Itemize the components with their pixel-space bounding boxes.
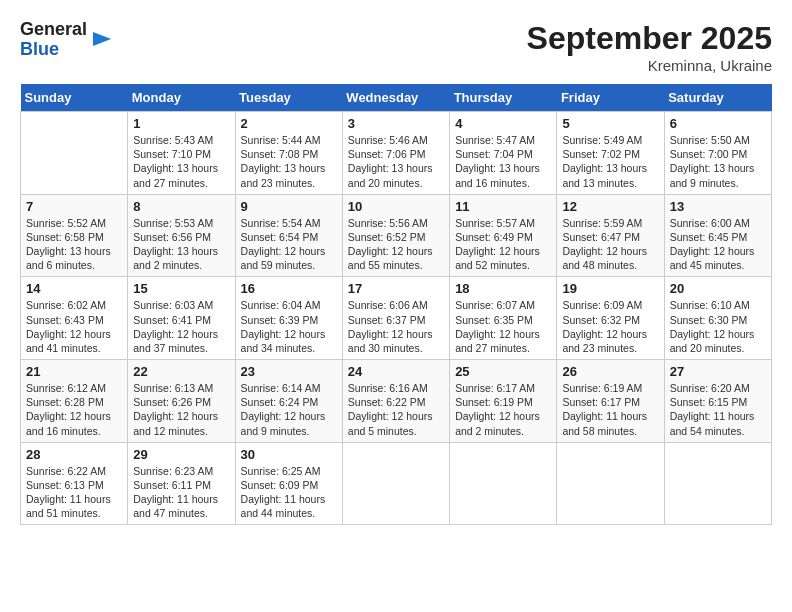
day-info: Sunrise: 5:57 AMSunset: 6:49 PMDaylight:… [455, 216, 551, 273]
logo-icon [91, 28, 113, 50]
day-number: 7 [26, 199, 122, 214]
day-info: Sunrise: 6:09 AMSunset: 6:32 PMDaylight:… [562, 298, 658, 355]
column-header-friday: Friday [557, 84, 664, 112]
day-number: 4 [455, 116, 551, 131]
day-info: Sunrise: 6:04 AMSunset: 6:39 PMDaylight:… [241, 298, 337, 355]
week-row-3: 14Sunrise: 6:02 AMSunset: 6:43 PMDayligh… [21, 277, 772, 360]
calendar-cell: 7Sunrise: 5:52 AMSunset: 6:58 PMDaylight… [21, 194, 128, 277]
calendar-cell: 1Sunrise: 5:43 AMSunset: 7:10 PMDaylight… [128, 112, 235, 195]
day-info: Sunrise: 6:20 AMSunset: 6:15 PMDaylight:… [670, 381, 766, 438]
day-number: 17 [348, 281, 444, 296]
day-info: Sunrise: 6:19 AMSunset: 6:17 PMDaylight:… [562, 381, 658, 438]
location-subtitle: Kreminna, Ukraine [527, 57, 772, 74]
day-info: Sunrise: 6:10 AMSunset: 6:30 PMDaylight:… [670, 298, 766, 355]
day-info: Sunrise: 5:43 AMSunset: 7:10 PMDaylight:… [133, 133, 229, 190]
day-number: 27 [670, 364, 766, 379]
day-info: Sunrise: 6:07 AMSunset: 6:35 PMDaylight:… [455, 298, 551, 355]
calendar-cell: 5Sunrise: 5:49 AMSunset: 7:02 PMDaylight… [557, 112, 664, 195]
calendar-cell: 22Sunrise: 6:13 AMSunset: 6:26 PMDayligh… [128, 360, 235, 443]
day-info: Sunrise: 5:53 AMSunset: 6:56 PMDaylight:… [133, 216, 229, 273]
day-info: Sunrise: 6:17 AMSunset: 6:19 PMDaylight:… [455, 381, 551, 438]
day-info: Sunrise: 6:16 AMSunset: 6:22 PMDaylight:… [348, 381, 444, 438]
calendar-table: SundayMondayTuesdayWednesdayThursdayFrid… [20, 84, 772, 525]
calendar-cell [664, 442, 771, 525]
day-number: 24 [348, 364, 444, 379]
day-number: 18 [455, 281, 551, 296]
day-number: 12 [562, 199, 658, 214]
day-info: Sunrise: 5:44 AMSunset: 7:08 PMDaylight:… [241, 133, 337, 190]
day-number: 8 [133, 199, 229, 214]
week-row-2: 7Sunrise: 5:52 AMSunset: 6:58 PMDaylight… [21, 194, 772, 277]
day-number: 29 [133, 447, 229, 462]
column-header-tuesday: Tuesday [235, 84, 342, 112]
day-info: Sunrise: 6:13 AMSunset: 6:26 PMDaylight:… [133, 381, 229, 438]
calendar-cell: 30Sunrise: 6:25 AMSunset: 6:09 PMDayligh… [235, 442, 342, 525]
month-title: September 2025 [527, 20, 772, 57]
day-number: 19 [562, 281, 658, 296]
day-info: Sunrise: 6:22 AMSunset: 6:13 PMDaylight:… [26, 464, 122, 521]
day-info: Sunrise: 5:50 AMSunset: 7:00 PMDaylight:… [670, 133, 766, 190]
day-info: Sunrise: 5:59 AMSunset: 6:47 PMDaylight:… [562, 216, 658, 273]
week-row-4: 21Sunrise: 6:12 AMSunset: 6:28 PMDayligh… [21, 360, 772, 443]
calendar-cell: 16Sunrise: 6:04 AMSunset: 6:39 PMDayligh… [235, 277, 342, 360]
calendar-cell: 20Sunrise: 6:10 AMSunset: 6:30 PMDayligh… [664, 277, 771, 360]
day-info: Sunrise: 6:00 AMSunset: 6:45 PMDaylight:… [670, 216, 766, 273]
calendar-cell: 3Sunrise: 5:46 AMSunset: 7:06 PMDaylight… [342, 112, 449, 195]
day-number: 1 [133, 116, 229, 131]
calendar-cell [557, 442, 664, 525]
calendar-cell: 15Sunrise: 6:03 AMSunset: 6:41 PMDayligh… [128, 277, 235, 360]
day-number: 20 [670, 281, 766, 296]
week-row-1: 1Sunrise: 5:43 AMSunset: 7:10 PMDaylight… [21, 112, 772, 195]
day-number: 25 [455, 364, 551, 379]
calendar-cell: 11Sunrise: 5:57 AMSunset: 6:49 PMDayligh… [450, 194, 557, 277]
calendar-cell: 26Sunrise: 6:19 AMSunset: 6:17 PMDayligh… [557, 360, 664, 443]
calendar-cell [342, 442, 449, 525]
column-header-wednesday: Wednesday [342, 84, 449, 112]
day-info: Sunrise: 6:12 AMSunset: 6:28 PMDaylight:… [26, 381, 122, 438]
calendar-cell: 2Sunrise: 5:44 AMSunset: 7:08 PMDaylight… [235, 112, 342, 195]
calendar-cell: 19Sunrise: 6:09 AMSunset: 6:32 PMDayligh… [557, 277, 664, 360]
week-row-5: 28Sunrise: 6:22 AMSunset: 6:13 PMDayligh… [21, 442, 772, 525]
day-info: Sunrise: 6:23 AMSunset: 6:11 PMDaylight:… [133, 464, 229, 521]
column-header-saturday: Saturday [664, 84, 771, 112]
day-number: 2 [241, 116, 337, 131]
day-info: Sunrise: 6:14 AMSunset: 6:24 PMDaylight:… [241, 381, 337, 438]
calendar-cell: 14Sunrise: 6:02 AMSunset: 6:43 PMDayligh… [21, 277, 128, 360]
day-number: 15 [133, 281, 229, 296]
day-number: 23 [241, 364, 337, 379]
logo-text: General Blue [20, 20, 87, 60]
page-header: General Blue September 2025 Kreminna, Uk… [20, 20, 772, 74]
day-info: Sunrise: 5:56 AMSunset: 6:52 PMDaylight:… [348, 216, 444, 273]
calendar-cell [21, 112, 128, 195]
day-number: 14 [26, 281, 122, 296]
calendar-cell: 24Sunrise: 6:16 AMSunset: 6:22 PMDayligh… [342, 360, 449, 443]
day-info: Sunrise: 6:02 AMSunset: 6:43 PMDaylight:… [26, 298, 122, 355]
day-number: 11 [455, 199, 551, 214]
day-number: 10 [348, 199, 444, 214]
day-info: Sunrise: 5:54 AMSunset: 6:54 PMDaylight:… [241, 216, 337, 273]
day-info: Sunrise: 5:46 AMSunset: 7:06 PMDaylight:… [348, 133, 444, 190]
svg-marker-0 [93, 32, 111, 46]
day-info: Sunrise: 5:52 AMSunset: 6:58 PMDaylight:… [26, 216, 122, 273]
calendar-cell [450, 442, 557, 525]
day-number: 5 [562, 116, 658, 131]
calendar-cell: 29Sunrise: 6:23 AMSunset: 6:11 PMDayligh… [128, 442, 235, 525]
day-info: Sunrise: 6:03 AMSunset: 6:41 PMDaylight:… [133, 298, 229, 355]
column-header-monday: Monday [128, 84, 235, 112]
calendar-cell: 13Sunrise: 6:00 AMSunset: 6:45 PMDayligh… [664, 194, 771, 277]
calendar-cell: 21Sunrise: 6:12 AMSunset: 6:28 PMDayligh… [21, 360, 128, 443]
calendar-cell: 18Sunrise: 6:07 AMSunset: 6:35 PMDayligh… [450, 277, 557, 360]
day-number: 9 [241, 199, 337, 214]
column-header-sunday: Sunday [21, 84, 128, 112]
day-number: 16 [241, 281, 337, 296]
calendar-header-row: SundayMondayTuesdayWednesdayThursdayFrid… [21, 84, 772, 112]
day-info: Sunrise: 6:25 AMSunset: 6:09 PMDaylight:… [241, 464, 337, 521]
logo-line1: General [20, 20, 87, 40]
day-info: Sunrise: 5:49 AMSunset: 7:02 PMDaylight:… [562, 133, 658, 190]
calendar-cell: 10Sunrise: 5:56 AMSunset: 6:52 PMDayligh… [342, 194, 449, 277]
day-number: 22 [133, 364, 229, 379]
day-number: 21 [26, 364, 122, 379]
logo: General Blue [20, 20, 113, 60]
day-number: 26 [562, 364, 658, 379]
calendar-cell: 25Sunrise: 6:17 AMSunset: 6:19 PMDayligh… [450, 360, 557, 443]
